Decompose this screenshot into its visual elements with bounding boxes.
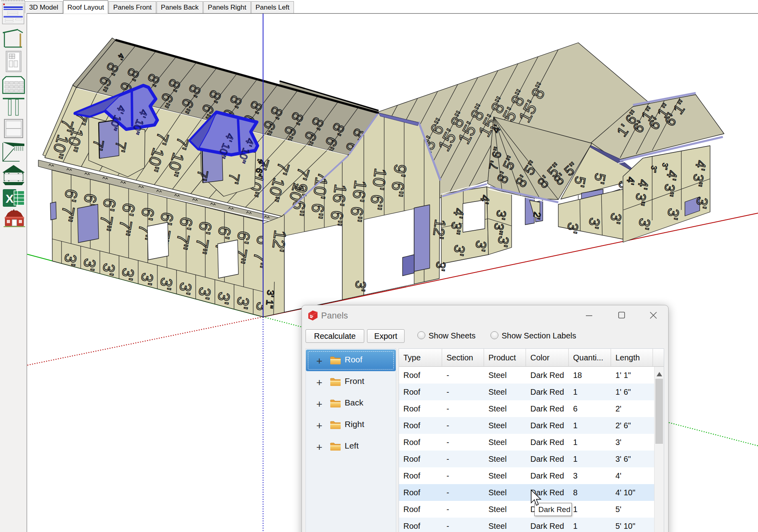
- svg-text:3': 3': [352, 280, 369, 293]
- svg-text:3' 1": 3' 1": [264, 290, 276, 309]
- svg-text:9' 6": 9' 6": [387, 163, 410, 198]
- svg-text:3": 3": [649, 165, 659, 173]
- svg-text:12': 12': [430, 218, 449, 240]
- svg-text:3': 3': [564, 222, 581, 235]
- svg-text:3': 3': [61, 253, 80, 267]
- svg-text:12': 12': [268, 229, 290, 253]
- svg-text:3': 3': [433, 261, 448, 272]
- svg-text:3': 3': [80, 257, 99, 272]
- svg-text:3": 3": [660, 162, 670, 170]
- svg-text:X: X: [6, 192, 14, 205]
- svg-text:3': 3': [99, 262, 119, 277]
